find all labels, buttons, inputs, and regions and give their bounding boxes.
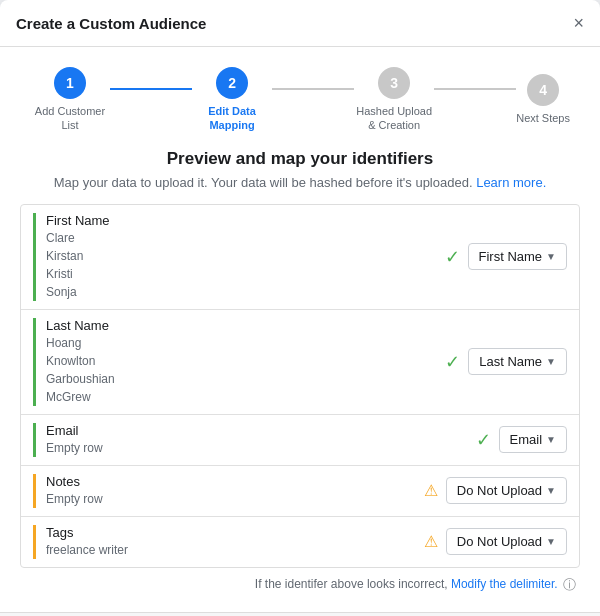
row-right-notes: ⚠ Do Not Upload ▼ (424, 477, 567, 504)
mapping-dropdown-lastname[interactable]: Last Name ▼ (468, 348, 567, 375)
step-2: 2 Edit Data Mapping (192, 67, 272, 133)
step-3-circle: 3 (378, 67, 410, 99)
main-content: Preview and map your identifiers Map you… (0, 149, 600, 612)
field-values: freelance writer (46, 541, 424, 559)
step-1-label: Add Customer List (30, 104, 110, 133)
warning-icon: ⚠ (424, 481, 438, 500)
connector-3 (434, 88, 516, 90)
connector-2 (272, 88, 354, 90)
mapping-dropdown-email[interactable]: Email ▼ (499, 426, 567, 453)
row-right-tags: ⚠ Do Not Upload ▼ (424, 528, 567, 555)
delimiter-hint: If the identifer above looks incorrect, … (20, 568, 580, 602)
step-4: 4 Next Steps (516, 74, 570, 125)
step-2-label: Edit Data Mapping (192, 104, 272, 133)
field-label: Notes (46, 474, 424, 489)
field-values: Empty row (46, 439, 476, 457)
row-right-email: ✓ Email ▼ (476, 426, 567, 453)
table-row: Email Empty row ✓ Email ▼ (21, 415, 579, 466)
info-icon: ⓘ (563, 577, 576, 592)
table-row: Tags freelance writer ⚠ Do Not Upload ▼ (21, 517, 579, 567)
table-row: Last Name HoangKnowltonGarboushianMcGrew… (21, 310, 579, 415)
warning-icon: ⚠ (424, 532, 438, 551)
field-label: Last Name (46, 318, 445, 333)
mapping-dropdown-firstname[interactable]: First Name ▼ (468, 243, 567, 270)
check-icon: ✓ (476, 429, 491, 451)
check-icon: ✓ (445, 351, 460, 373)
modal-header: Create a Custom Audience × (0, 0, 600, 47)
mapping-dropdown-tags[interactable]: Do Not Upload ▼ (446, 528, 567, 555)
modify-delimiter-link[interactable]: Modify the delimiter. (451, 577, 558, 591)
row-left-tags: Tags freelance writer (33, 525, 424, 559)
section-title: Preview and map your identifiers (20, 149, 580, 169)
field-label: Email (46, 423, 476, 438)
mapping-dropdown-notes[interactable]: Do Not Upload ▼ (446, 477, 567, 504)
row-left-firstname: First Name ClareKirstanKristiSonja (33, 213, 445, 301)
row-left-lastname: Last Name HoangKnowltonGarboushianMcGrew (33, 318, 445, 406)
step-4-circle: 4 (527, 74, 559, 106)
close-button[interactable]: × (573, 14, 584, 32)
connector-1 (110, 88, 192, 90)
step-1-circle: 1 (54, 67, 86, 99)
step-1: 1 Add Customer List (30, 67, 110, 133)
step-2-circle: 2 (216, 67, 248, 99)
field-values: ClareKirstanKristiSonja (46, 229, 445, 301)
step-4-label: Next Steps (516, 111, 570, 125)
table-row: Notes Empty row ⚠ Do Not Upload ▼ (21, 466, 579, 517)
field-values: Empty row (46, 490, 424, 508)
chevron-down-icon: ▼ (546, 485, 556, 496)
field-values: HoangKnowltonGarboushianMcGrew (46, 334, 445, 406)
mapped-section: 3 columns are mapped and will be uploade… (0, 612, 600, 616)
row-left-email: Email Empty row (33, 423, 476, 457)
learn-more-link[interactable]: Learn more. (476, 175, 546, 190)
step-3: 3 Hashed Upload & Creation (354, 67, 434, 133)
chevron-down-icon: ▼ (546, 251, 556, 262)
modal-title: Create a Custom Audience (16, 15, 206, 32)
step-3-label: Hashed Upload & Creation (354, 104, 434, 133)
row-right-firstname: ✓ First Name ▼ (445, 243, 567, 270)
table-row: First Name ClareKirstanKristiSonja ✓ Fir… (21, 205, 579, 310)
check-icon: ✓ (445, 246, 460, 268)
field-label: First Name (46, 213, 445, 228)
create-custom-audience-modal: Create a Custom Audience × 1 Add Custome… (0, 0, 600, 616)
section-subtitle: Map your data to upload it. Your data wi… (20, 175, 580, 190)
chevron-down-icon: ▼ (546, 536, 556, 547)
chevron-down-icon: ▼ (546, 356, 556, 367)
row-left-notes: Notes Empty row (33, 474, 424, 508)
row-right-lastname: ✓ Last Name ▼ (445, 348, 567, 375)
mapping-table: First Name ClareKirstanKristiSonja ✓ Fir… (20, 204, 580, 568)
chevron-down-icon: ▼ (546, 434, 556, 445)
field-label: Tags (46, 525, 424, 540)
stepper: 1 Add Customer List 2 Edit Data Mapping … (0, 47, 600, 149)
